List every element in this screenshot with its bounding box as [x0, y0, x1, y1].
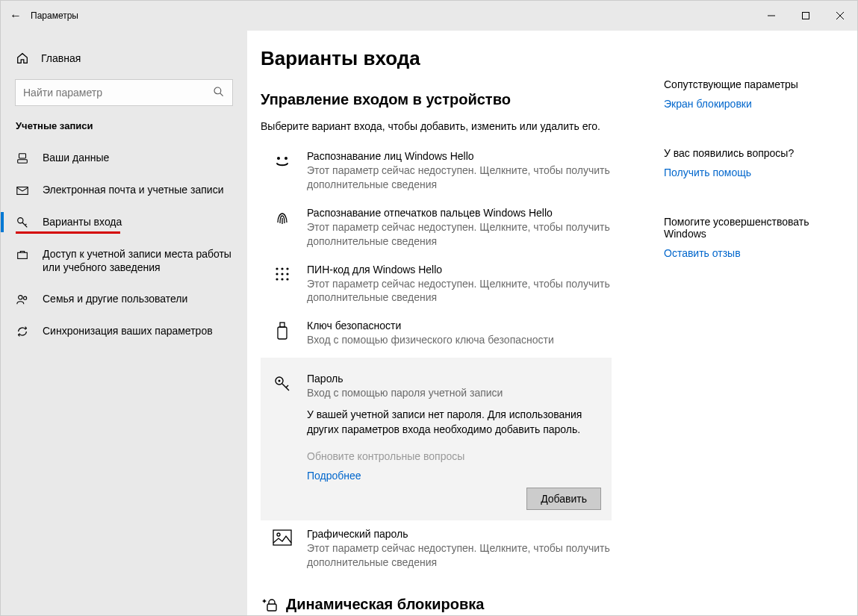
option-desc: Этот параметр сейчас недоступен. Щелкнит…	[307, 164, 612, 192]
dynamic-lock-row: Динамическая блокировка	[261, 595, 612, 613]
option-password[interactable]: Пароль Вход с помощью пароля учетной зап…	[271, 365, 601, 408]
sidebar-item-label: Синхронизация ваших параметров	[43, 324, 213, 337]
lock-screen-link[interactable]: Экран блокировки	[664, 98, 836, 110]
dynamic-lock-title: Динамическая блокировка	[286, 596, 484, 613]
sidebar: Главная Учетные записи Ваши данные Элект…	[1, 31, 247, 615]
svg-point-18	[281, 267, 283, 270]
option-title: Распознавание лиц Windows Hello	[307, 150, 612, 162]
option-desc: Этот параметр сейчас недоступен. Щелкнит…	[307, 277, 612, 305]
svg-rect-32	[273, 530, 291, 545]
page-subtitle: Управление входом в устройство	[261, 91, 612, 108]
option-face[interactable]: Распознавание лиц Windows Hello Этот пар…	[261, 143, 612, 199]
option-title: Графический пароль	[307, 528, 612, 540]
svg-point-21	[281, 273, 283, 275]
content-column: Варианты входа Управление входом в устро…	[261, 47, 612, 615]
svg-point-4	[214, 87, 221, 94]
sparkle-lock-icon	[261, 595, 279, 613]
get-help-link[interactable]: Получить помощь	[664, 167, 836, 178]
sidebar-item-family[interactable]: Семья и другие пользователи	[1, 283, 247, 315]
option-desc: Этот параметр сейчас недоступен. Щелкнит…	[307, 541, 612, 570]
home-button[interactable]: Главная	[1, 46, 247, 71]
svg-point-16	[285, 157, 287, 160]
window-title: Параметры	[31, 10, 78, 21]
svg-point-23	[276, 278, 278, 280]
add-button[interactable]: Добавить	[526, 488, 601, 510]
password-muted: Обновите контрольные вопросы	[307, 450, 601, 462]
svg-point-25	[286, 278, 288, 280]
svg-line-30	[282, 384, 289, 391]
title-bar: ← Параметры	[1, 1, 857, 31]
home-icon	[16, 52, 29, 65]
related-title: Сопутствующие параметры	[664, 78, 836, 90]
sidebar-section-title: Учетные записи	[1, 120, 247, 142]
feedback-link[interactable]: Оставить отзыв	[664, 247, 836, 259]
fingerprint-icon	[271, 207, 293, 249]
svg-rect-34	[267, 604, 276, 611]
svg-line-31	[286, 385, 288, 388]
svg-point-33	[277, 533, 280, 536]
option-desc: Этот параметр сейчас недоступен. Щелкнит…	[307, 220, 612, 249]
sidebar-item-sign-in-options[interactable]: Варианты входа	[1, 206, 247, 238]
option-title: ПИН-код для Windows Hello	[307, 264, 612, 276]
key-outline-icon	[271, 373, 293, 400]
sync-icon	[16, 325, 31, 338]
sidebar-item-label: Доступ к учетной записи места работы или…	[43, 247, 232, 274]
sidebar-item-label: Ваши данные	[43, 151, 109, 164]
svg-line-10	[22, 223, 27, 227]
minimize-button[interactable]	[754, 1, 789, 31]
briefcase-icon	[16, 248, 31, 261]
password-panel: Пароль Вход с помощью пароля учетной зап…	[261, 358, 612, 520]
svg-rect-1	[803, 13, 809, 19]
people-icon	[16, 293, 31, 306]
password-more-link[interactable]: Подробнее	[307, 470, 601, 482]
svg-line-5	[220, 93, 223, 96]
page-title: Варианты входа	[261, 47, 612, 70]
home-label: Главная	[41, 52, 81, 64]
option-desc: Вход с помощью пароля учетной записи	[307, 386, 503, 400]
svg-rect-12	[18, 252, 28, 258]
back-button[interactable]: ←	[1, 9, 31, 22]
sidebar-item-email[interactable]: Электронная почта и учетные записи	[1, 174, 247, 206]
svg-point-17	[276, 267, 278, 270]
svg-point-15	[277, 157, 280, 160]
option-title: Ключ безопасности	[307, 320, 554, 332]
option-pin[interactable]: ПИН-код для Windows Hello Этот параметр …	[261, 256, 612, 313]
page-lead: Выберите вариант входа, чтобы добавить, …	[261, 120, 612, 132]
usb-key-icon	[271, 320, 293, 347]
svg-rect-27	[278, 327, 287, 339]
search-icon	[213, 86, 225, 98]
key-icon	[16, 216, 31, 229]
keypad-icon	[271, 264, 293, 305]
svg-point-13	[19, 296, 22, 299]
svg-point-24	[281, 278, 283, 280]
svg-line-11	[25, 224, 27, 225]
password-message: У вашей учетной записи нет пароля. Для и…	[307, 408, 601, 437]
close-button[interactable]	[823, 1, 857, 31]
svg-point-9	[18, 218, 23, 223]
svg-point-20	[276, 273, 278, 275]
sidebar-item-your-info[interactable]: Ваши данные	[1, 142, 247, 174]
option-title: Пароль	[307, 373, 503, 385]
svg-point-22	[286, 273, 288, 275]
right-column: Сопутствующие параметры Экран блокировки…	[664, 47, 836, 615]
picture-icon	[271, 528, 293, 570]
sidebar-item-label: Семья и другие пользователи	[43, 292, 187, 305]
sidebar-item-label: Варианты входа	[43, 216, 122, 228]
svg-point-19	[286, 267, 288, 270]
highlight-underline	[16, 231, 120, 234]
sidebar-item-work-access[interactable]: Доступ к учетной записи места работы или…	[1, 238, 247, 283]
option-picture-password[interactable]: Графический пароль Этот параметр сейчас …	[261, 520, 612, 577]
improve-title: Помогите усовершенствовать Windows	[664, 216, 836, 240]
option-title: Распознавание отпечатков пальцев Windows…	[307, 207, 612, 219]
option-fingerprint[interactable]: Распознавание отпечатков пальцев Windows…	[261, 199, 612, 256]
search-input[interactable]	[16, 80, 232, 105]
svg-rect-6	[19, 154, 26, 158]
svg-rect-26	[280, 323, 285, 327]
option-security-key[interactable]: Ключ безопасности Вход с помощью физичес…	[261, 312, 612, 355]
option-desc: Вход с помощью физического ключа безопас…	[307, 333, 554, 347]
sidebar-item-sync[interactable]: Синхронизация ваших параметров	[1, 315, 247, 347]
sidebar-item-label: Электронная почта и учетные записи	[43, 183, 223, 196]
mail-icon	[16, 184, 31, 197]
maximize-button[interactable]	[789, 1, 823, 31]
svg-point-29	[279, 380, 281, 382]
